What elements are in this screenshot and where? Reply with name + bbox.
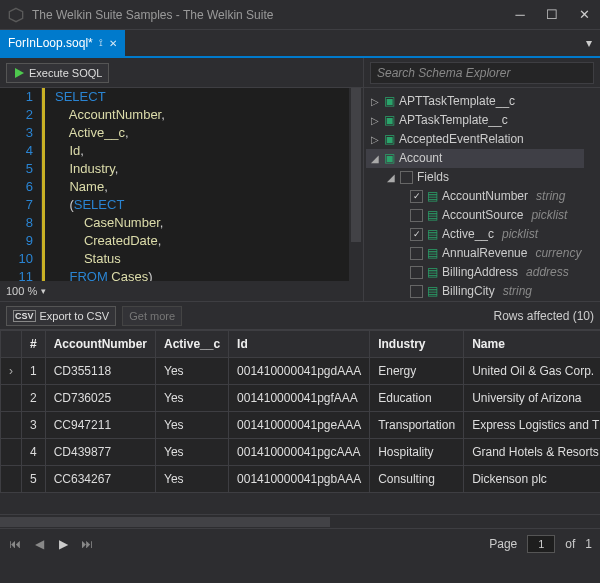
pager-page-label: Page [489,537,517,551]
row-expander[interactable] [1,466,22,493]
tree-fields-group[interactable]: ◢Fields [366,168,584,187]
row-expander[interactable] [1,439,22,466]
tab-close-icon[interactable]: ✕ [109,38,117,49]
tab-label: ForInLoop.soql* [8,36,93,50]
column-header[interactable]: # [22,331,46,358]
zoom-bar: 100 % ▾ [0,281,363,301]
tab-active[interactable]: ForInLoop.soql* ⟟ ✕ [0,30,125,56]
code-lines[interactable]: SELECT AccountNumber, Active__c, Id, Ind… [42,88,349,281]
results-grid[interactable]: #AccountNumberActive__cIdIndustryName›1C… [0,330,600,514]
field-icon: ▤ [427,206,438,225]
line-gutter: 1234567891011121314 [0,88,42,281]
field-icon: ▤ [427,282,438,301]
row-expander[interactable] [1,412,22,439]
window-title: The Welkin Suite Samples - The Welkin Su… [32,8,504,22]
column-header[interactable]: AccountNumber [45,331,155,358]
tree-field[interactable]: ▤BillingCitystring [366,282,584,301]
zoom-dropdown-icon[interactable]: ▾ [41,286,46,296]
field-icon: ▤ [427,244,438,263]
column-header[interactable]: Active__c [156,331,229,358]
code-editor[interactable]: 1234567891011121314 SELECT AccountNumber… [0,88,363,281]
tree-field[interactable]: ▤AccountSourcepicklist [366,206,584,225]
pager-of-label: of [565,537,575,551]
editor-vscrollbar[interactable] [349,88,363,281]
pager-prev-button[interactable]: ◀ [32,537,46,551]
explorer-toolbar: Search Schema Explorer [364,58,600,88]
tree-field[interactable]: ▤AccountNumberstring [366,187,584,206]
pager-page-input[interactable] [527,535,555,553]
tree-field[interactable]: ▤Active__cpicklist [366,225,584,244]
pager-last-button[interactable]: ⏭ [80,537,94,551]
row-expander[interactable] [1,385,22,412]
results-hscrollbar[interactable] [0,514,600,528]
field-icon: ▤ [427,263,438,282]
field-icon: ▤ [427,225,438,244]
table-row[interactable]: 5CC634267Yes001410000041pgbAAAConsulting… [1,466,601,493]
table-row[interactable]: 3CC947211Yes001410000041pgeAAATransporta… [1,412,601,439]
checkbox[interactable] [410,209,423,222]
table-row[interactable]: 4CD439877Yes001410000041pgcAAAHospitalit… [1,439,601,466]
schema-search-input[interactable]: Search Schema Explorer [370,62,594,84]
results-toolbar: CSV Export to CSV Get more Rows affected… [0,302,600,330]
pager-first-button[interactable]: ⏮ [8,537,22,551]
object-icon: ▣ [384,149,395,168]
pager-next-button[interactable]: ▶ [56,537,70,551]
checkbox[interactable] [410,190,423,203]
editor-toolbar: Execute SOQL [0,58,363,88]
tree-field[interactable]: ▤AnnualRevenuecurrency [366,244,584,263]
tree-object[interactable]: ▷▣AcceptedEventRelation [366,130,584,149]
column-header[interactable]: Id [229,331,370,358]
object-icon: ▣ [384,111,395,130]
rows-affected-label: Rows affected (10) [494,309,595,323]
column-header[interactable]: Name [464,331,600,358]
minimize-button[interactable]: ─ [504,0,536,30]
object-icon: ▣ [384,92,395,111]
checkbox[interactable] [410,285,423,298]
schema-explorer-pane: Search Schema Explorer ▷▣APTTaskTemplate… [364,58,600,301]
table-row[interactable]: 2CD736025Yes001410000041pgfAAAEducationU… [1,385,601,412]
schema-tree[interactable]: ▷▣APTTaskTemplate__c▷▣APTaskTemplate__c▷… [364,88,586,301]
checkbox[interactable] [400,171,413,184]
tree-object[interactable]: ◢▣Account [366,149,584,168]
explorer-vscrollbar[interactable] [586,88,600,301]
row-expander[interactable]: › [1,358,22,385]
field-icon: ▤ [427,187,438,206]
app-logo-icon [8,7,24,23]
get-more-button[interactable]: Get more [122,306,182,326]
object-icon: ▣ [384,130,395,149]
pager: ⏮ ◀ ▶ ⏭ Page of 1 [0,528,600,558]
tree-field[interactable]: ▤BillingAddressaddress [366,263,584,282]
export-csv-button[interactable]: CSV Export to CSV [6,306,116,326]
play-icon [13,67,25,79]
tree-object[interactable]: ▷▣APTaskTemplate__c [366,111,584,130]
svg-marker-1 [15,68,24,78]
execute-soql-button[interactable]: Execute SOQL [6,63,109,83]
pager-total: 1 [585,537,592,551]
checkbox[interactable] [410,247,423,260]
checkbox[interactable] [410,266,423,279]
titlebar: The Welkin Suite Samples - The Welkin Su… [0,0,600,30]
pin-icon[interactable]: ⟟ [99,37,103,49]
close-button[interactable]: ✕ [568,0,600,30]
column-header[interactable]: Industry [370,331,464,358]
maximize-button[interactable]: ☐ [536,0,568,30]
tabstrip: ForInLoop.soql* ⟟ ✕ ▾ [0,30,600,58]
checkbox[interactable] [410,228,423,241]
svg-marker-0 [9,8,22,21]
tree-object[interactable]: ▷▣APTTaskTemplate__c [366,92,584,111]
editor-pane: Execute SOQL 1234567891011121314 SELECT … [0,58,364,301]
tabs-dropdown-button[interactable]: ▾ [578,36,600,50]
zoom-level: 100 % [6,285,37,297]
csv-icon: CSV [13,310,36,322]
table-row[interactable]: ›1CD355118Yes001410000041pgdAAAEnergyUni… [1,358,601,385]
